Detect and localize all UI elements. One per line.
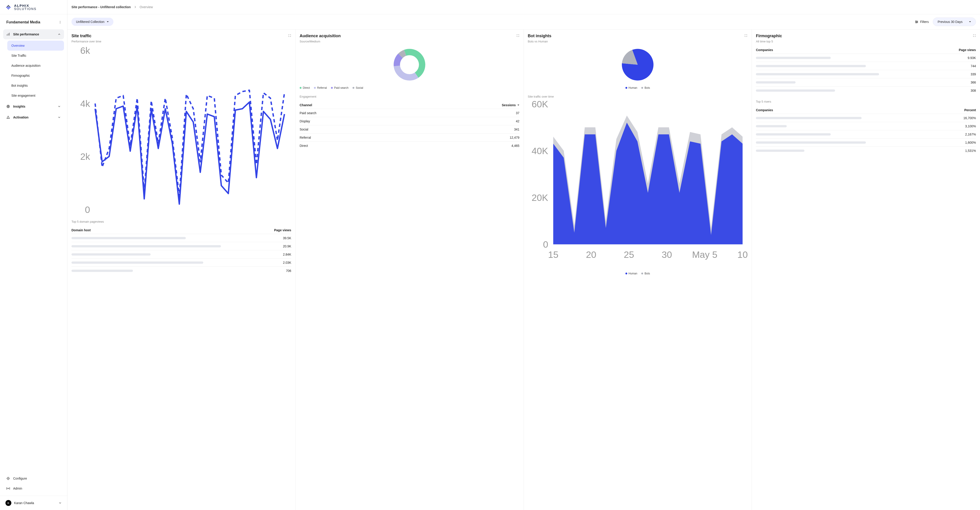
svg-point-15 bbox=[7, 477, 9, 480]
legend-item: Human bbox=[625, 272, 638, 275]
chevron-down-icon bbox=[57, 105, 61, 108]
svg-point-19 bbox=[917, 22, 918, 22]
table-row: Paid search37 bbox=[300, 109, 520, 117]
cell-right: 2.03K bbox=[283, 261, 291, 265]
cell-left: Display bbox=[300, 120, 310, 123]
svg-text:0: 0 bbox=[85, 204, 90, 215]
bot-pie-chart bbox=[528, 45, 748, 84]
table-row: 3,100% bbox=[756, 122, 976, 130]
filters-button[interactable]: Filters bbox=[915, 20, 929, 24]
expand-icon[interactable] bbox=[516, 33, 520, 38]
table-row: 9.93K bbox=[756, 54, 976, 62]
legend-item: Social bbox=[353, 86, 363, 89]
table-row: 706 bbox=[72, 266, 291, 275]
svg-point-10 bbox=[60, 22, 60, 22]
cell-right: 42 bbox=[516, 120, 520, 123]
expand-icon[interactable] bbox=[288, 33, 291, 38]
filters-label: Filters bbox=[920, 20, 929, 24]
svg-point-25 bbox=[400, 55, 419, 74]
legend-swatch-icon bbox=[641, 273, 643, 274]
card-firmographic: Firmographic All time top 5 Companies Pa… bbox=[752, 30, 980, 510]
placeholder-bar bbox=[72, 261, 203, 264]
triangle-icon bbox=[6, 116, 10, 119]
nav-group-activation[interactable]: Activation bbox=[3, 112, 64, 122]
chart-label: Bots vs Human bbox=[528, 40, 748, 43]
breadcrumb-leaf: Overview bbox=[140, 5, 153, 9]
legend-swatch-icon bbox=[314, 87, 316, 89]
chart-label: Performance over time bbox=[72, 40, 291, 43]
card-title: Site traffic bbox=[72, 33, 91, 38]
cell-right: 339 bbox=[971, 72, 976, 76]
user-menu[interactable]: K Karan Chawla bbox=[0, 496, 67, 510]
svg-text:May 5: May 5 bbox=[692, 249, 717, 260]
svg-point-20 bbox=[916, 22, 916, 23]
caret-down-icon bbox=[969, 21, 971, 23]
nav-item-audience-acquisition[interactable]: Audience acquisition bbox=[7, 61, 64, 70]
table-label: Top 5 domain pageviews bbox=[72, 220, 291, 223]
table-row: 39.5K bbox=[72, 234, 291, 242]
nav-group-insights[interactable]: Insights bbox=[3, 102, 64, 112]
collection-chip[interactable]: Unfiltered Collection bbox=[72, 18, 113, 26]
area-label: Site traffic over time bbox=[528, 95, 748, 98]
placeholder-bar bbox=[756, 57, 831, 59]
cell-right: 366 bbox=[971, 81, 976, 84]
table-row: 16,700% bbox=[756, 114, 976, 122]
legend-swatch-icon bbox=[331, 87, 333, 89]
card-title: Audience acquisition bbox=[300, 33, 341, 38]
date-range-label: Previous 30 Days bbox=[937, 20, 963, 24]
nav-group-site-performance[interactable]: Site performance bbox=[3, 29, 64, 39]
svg-text:20: 20 bbox=[586, 249, 596, 260]
nav-item-bot-insights[interactable]: Bot insights bbox=[7, 81, 64, 91]
col-head-left: Companies bbox=[756, 48, 773, 52]
nav-item-label: Bot insights bbox=[11, 84, 28, 88]
svg-rect-7 bbox=[7, 8, 8, 9]
broadcast-icon bbox=[6, 487, 10, 490]
more-icon[interactable] bbox=[59, 21, 62, 24]
svg-text:10: 10 bbox=[737, 249, 748, 260]
nav-item-label: Site Traffic bbox=[11, 54, 26, 57]
breadcrumb: Site performance - Unfiltered collection… bbox=[67, 0, 980, 14]
table-row: 2.03K bbox=[72, 258, 291, 266]
placeholder-bar bbox=[72, 237, 186, 239]
org-row: Fundamental Media bbox=[0, 18, 67, 29]
placeholder-bar bbox=[756, 81, 795, 83]
svg-point-17 bbox=[8, 488, 9, 489]
legend-label: Bots bbox=[644, 272, 650, 275]
placeholder-bar bbox=[72, 269, 133, 272]
sidebar-link-admin[interactable]: Admin bbox=[3, 483, 64, 493]
legend-label: Paid search bbox=[334, 86, 348, 89]
sidebar-link-label: Admin bbox=[13, 487, 22, 490]
col-head-right: Page views bbox=[959, 48, 976, 52]
svg-text:25: 25 bbox=[624, 249, 634, 260]
gear-icon bbox=[6, 477, 10, 480]
placeholder-bar bbox=[72, 253, 151, 255]
chart-legend: HumanBots bbox=[528, 86, 748, 89]
legend-label: Direct bbox=[303, 86, 310, 89]
nav-item-site-traffic[interactable]: Site Traffic bbox=[7, 51, 64, 61]
svg-text:20K: 20K bbox=[531, 193, 548, 203]
col-head-left: Domain host bbox=[72, 228, 91, 232]
svg-point-16 bbox=[8, 478, 9, 479]
date-range-select[interactable]: Previous 30 Days bbox=[933, 18, 976, 26]
risers-label: Top 5 risers bbox=[756, 100, 976, 103]
placeholder-bar bbox=[756, 89, 835, 92]
logo-icon bbox=[5, 4, 11, 10]
brand-line-2: SOLUTIONS bbox=[14, 7, 37, 10]
expand-icon[interactable] bbox=[744, 33, 748, 38]
legend-label: Human bbox=[628, 86, 638, 89]
sessions-select[interactable]: Sessions bbox=[502, 103, 519, 107]
nav-item-firmographic[interactable]: Firmographic bbox=[7, 70, 64, 81]
nav-item-site-engagement[interactable]: Site engagement bbox=[7, 91, 64, 100]
table-row: Referral12,479 bbox=[300, 133, 520, 142]
table-row: 2.84K bbox=[72, 250, 291, 258]
expand-icon[interactable] bbox=[973, 33, 976, 38]
table-row: Display42 bbox=[300, 117, 520, 125]
bot-area-chart: 020K40K60K15202530May 510 bbox=[528, 100, 748, 269]
svg-rect-8 bbox=[8, 8, 9, 10]
nav-item-overview[interactable]: Overview bbox=[7, 41, 64, 51]
svg-text:40K: 40K bbox=[531, 146, 548, 156]
sliders-icon bbox=[915, 20, 918, 24]
cell-right: 341 bbox=[514, 128, 519, 131]
cell-right: 39.5K bbox=[283, 236, 291, 240]
sidebar-link-configure[interactable]: Configure bbox=[3, 473, 64, 483]
